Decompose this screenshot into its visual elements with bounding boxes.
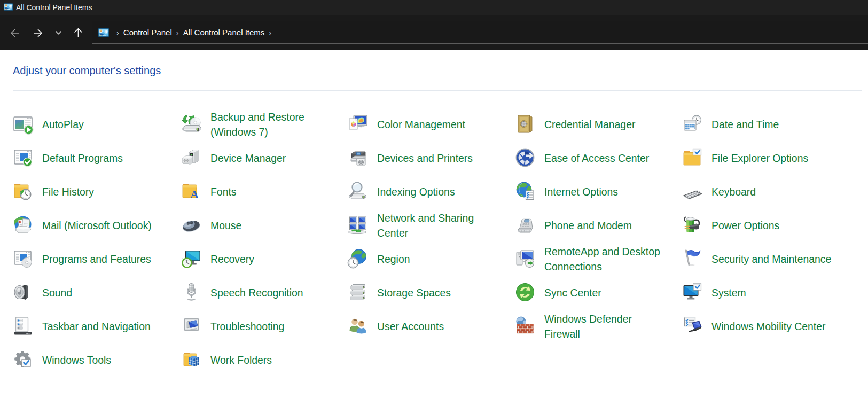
svg-text:A: A bbox=[190, 188, 199, 201]
